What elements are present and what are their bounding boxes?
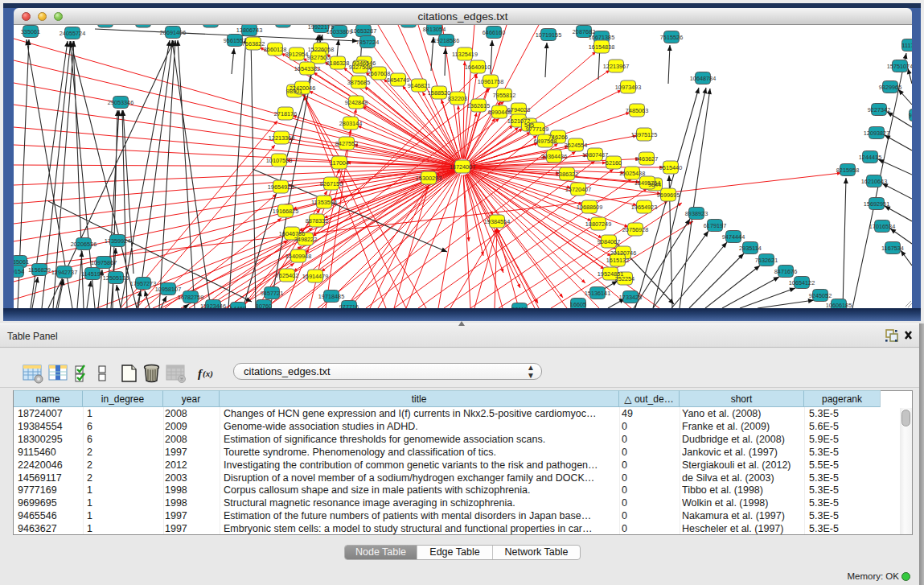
svg-text:2935114: 2935114 bbox=[739, 245, 762, 252]
svg-text:16640910: 16640910 bbox=[465, 64, 491, 71]
svg-text:11923446: 11923446 bbox=[200, 303, 226, 309]
svg-text:80760: 80760 bbox=[256, 303, 272, 309]
svg-text:6466160: 6466160 bbox=[483, 29, 505, 36]
svg-text:7857224: 7857224 bbox=[356, 39, 379, 46]
svg-text:19218586: 19218586 bbox=[433, 37, 459, 44]
svg-text:19654923: 19654923 bbox=[268, 183, 294, 191]
svg-text:1362615: 1362615 bbox=[467, 102, 490, 109]
svg-text:22420046: 22420046 bbox=[290, 84, 315, 92]
svg-text:18807249: 18807249 bbox=[585, 220, 611, 228]
svg-text:9146821: 9146821 bbox=[408, 82, 430, 89]
svg-text:10975867: 10975867 bbox=[91, 259, 117, 266]
svg-text:13806743: 13806743 bbox=[236, 27, 262, 34]
svg-text:16605: 16605 bbox=[570, 301, 586, 308]
svg-text:16210643: 16210643 bbox=[861, 178, 887, 185]
svg-text:7955812: 7955812 bbox=[493, 92, 515, 99]
svg-text:(x): (x) bbox=[203, 369, 213, 379]
svg-text:1244415: 1244415 bbox=[859, 154, 881, 161]
svg-text:15751074: 15751074 bbox=[887, 63, 912, 70]
svg-text:977716: 977716 bbox=[339, 303, 359, 309]
svg-text:19384554: 19384554 bbox=[484, 218, 510, 225]
svg-text:9329965: 9329965 bbox=[879, 84, 901, 91]
svg-text:11174: 11174 bbox=[901, 42, 912, 49]
svg-text:1167534: 1167534 bbox=[881, 245, 904, 252]
svg-text:16543382: 16543382 bbox=[294, 65, 320, 72]
svg-text:7386322: 7386322 bbox=[556, 171, 578, 178]
svg-text:8215958: 8215958 bbox=[836, 167, 859, 174]
svg-text:9515440: 9515440 bbox=[659, 164, 682, 171]
svg-text:20206536: 20206536 bbox=[71, 241, 97, 248]
svg-text:7632621: 7632621 bbox=[755, 257, 778, 264]
svg-text:7515526: 7515526 bbox=[660, 34, 683, 41]
svg-text:10973493: 10973493 bbox=[615, 84, 641, 91]
svg-text:1615132: 1615132 bbox=[606, 257, 629, 264]
svg-text:8186328: 8186328 bbox=[326, 60, 349, 67]
svg-text:14469: 14469 bbox=[230, 305, 246, 309]
svg-text:9777169: 9777169 bbox=[526, 126, 548, 133]
svg-text:17016534: 17016534 bbox=[869, 223, 895, 230]
svg-text:18724007: 18724007 bbox=[450, 163, 475, 171]
svg-text:9457721: 9457721 bbox=[261, 290, 283, 297]
svg-text:10961758: 10961758 bbox=[478, 78, 503, 85]
svg-text:10958107: 10958107 bbox=[155, 286, 181, 293]
svg-text:8471676: 8471676 bbox=[774, 268, 797, 275]
svg-text:19654923: 19654923 bbox=[631, 204, 657, 211]
svg-text:20691406: 20691406 bbox=[160, 29, 186, 36]
svg-text:9474444: 9474444 bbox=[722, 233, 745, 241]
svg-text:12093827: 12093827 bbox=[864, 130, 889, 137]
svg-text:12213967: 12213967 bbox=[603, 63, 629, 70]
svg-text:10107553: 10107553 bbox=[266, 157, 292, 164]
svg-text:16914479: 16914479 bbox=[302, 273, 328, 280]
svg-text:20756928: 20756928 bbox=[622, 226, 648, 233]
svg-text:12942737: 12942737 bbox=[51, 269, 77, 276]
svg-text:20120746: 20120746 bbox=[610, 249, 636, 257]
svg-text:6497568: 6497568 bbox=[534, 138, 556, 145]
svg-text:10688609: 10688609 bbox=[577, 204, 602, 211]
svg-text:7663822: 7663822 bbox=[242, 40, 265, 47]
svg-text:15226058: 15226058 bbox=[308, 46, 334, 53]
svg-text:3498222: 3498222 bbox=[294, 236, 317, 243]
svg-text:2803144: 2803144 bbox=[339, 120, 362, 127]
svg-text:9084067: 9084067 bbox=[598, 238, 620, 245]
svg-text:11325419: 11325419 bbox=[452, 51, 478, 58]
svg-text:6179197: 6179197 bbox=[704, 222, 726, 229]
svg-text:12505135: 12505135 bbox=[103, 274, 129, 282]
svg-text:9463627: 9463627 bbox=[635, 155, 658, 163]
svg-text:7625402: 7625402 bbox=[276, 272, 298, 279]
svg-text:17359924: 17359924 bbox=[105, 237, 130, 245]
svg-text:9699695: 9699695 bbox=[657, 192, 680, 199]
svg-text:18495754: 18495754 bbox=[634, 179, 660, 187]
svg-text:10719155: 10719155 bbox=[536, 31, 561, 39]
svg-text:7485063: 7485063 bbox=[626, 107, 648, 114]
svg-text:95125: 95125 bbox=[909, 112, 912, 119]
svg-text:16154838: 16154838 bbox=[589, 43, 614, 51]
svg-text:9227342: 9227342 bbox=[868, 106, 890, 113]
svg-text:8912954: 8912954 bbox=[285, 51, 308, 58]
svg-text:15692951: 15692951 bbox=[864, 200, 889, 208]
svg-text:335061: 335061 bbox=[14, 258, 29, 266]
svg-text:252254: 252254 bbox=[615, 275, 634, 282]
svg-text:10606185: 10606185 bbox=[826, 302, 852, 309]
svg-text:12213369: 12213369 bbox=[269, 134, 294, 142]
svg-text:2718176: 2718176 bbox=[274, 110, 297, 117]
svg-text:10807487: 10807487 bbox=[582, 151, 608, 159]
svg-text:8813054: 8813054 bbox=[423, 26, 446, 33]
svg-text:1156829: 1156829 bbox=[28, 266, 51, 274]
svg-text:335061: 335061 bbox=[21, 28, 40, 35]
svg-text:8938923: 8938923 bbox=[685, 210, 708, 217]
svg-text:3624554: 3624554 bbox=[565, 142, 587, 149]
svg-text:24055724: 24055724 bbox=[60, 30, 85, 37]
svg-text:8660128: 8660128 bbox=[264, 46, 286, 53]
svg-text:16782759: 16782759 bbox=[178, 294, 203, 301]
svg-text:15136141: 15136141 bbox=[585, 290, 610, 297]
svg-text:17957273: 17957273 bbox=[130, 280, 156, 287]
svg-text:10025438: 10025438 bbox=[619, 170, 645, 177]
svg-text:9242848: 9242848 bbox=[345, 99, 368, 106]
svg-text:29053346: 29053346 bbox=[108, 99, 133, 106]
svg-text:11353594: 11353594 bbox=[311, 199, 337, 206]
svg-text:13975125: 13975125 bbox=[631, 131, 657, 138]
svg-text:10648784: 10648784 bbox=[690, 75, 716, 82]
svg-text:8427552: 8427552 bbox=[335, 140, 358, 147]
svg-text:15720407: 15720407 bbox=[565, 186, 591, 193]
svg-text:9245052: 9245052 bbox=[809, 292, 832, 299]
